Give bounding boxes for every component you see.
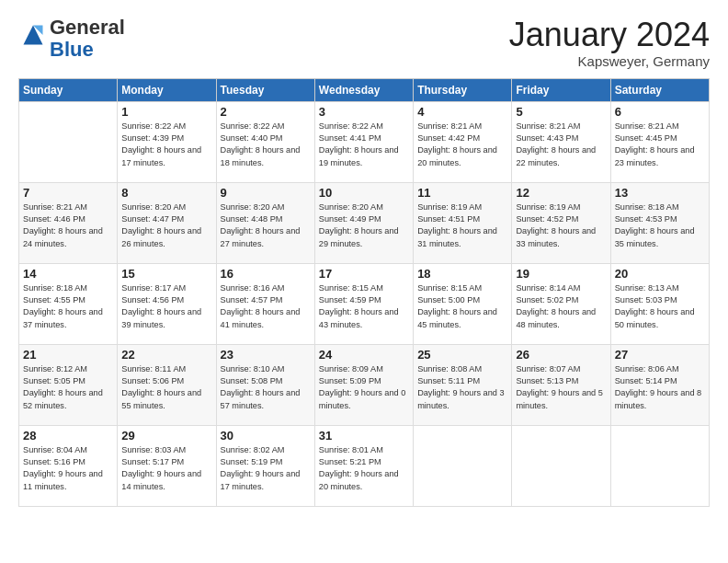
logo-text: General Blue bbox=[50, 17, 125, 61]
day-number: 13 bbox=[615, 186, 705, 200]
day-number: 23 bbox=[221, 348, 311, 362]
day-cell bbox=[512, 425, 610, 506]
day-cell: 11 Sunrise: 8:19 AMSunset: 4:51 PMDaylig… bbox=[414, 182, 512, 263]
day-info: Sunrise: 8:20 AMSunset: 4:47 PMDaylight:… bbox=[121, 201, 211, 250]
day-number: 16 bbox=[221, 267, 311, 281]
day-info: Sunrise: 8:20 AMSunset: 4:48 PMDaylight:… bbox=[221, 201, 311, 250]
day-cell: 13 Sunrise: 8:18 AMSunset: 4:53 PMDaylig… bbox=[610, 182, 709, 263]
day-info: Sunrise: 8:06 AMSunset: 5:14 PMDaylight:… bbox=[615, 363, 705, 412]
day-info: Sunrise: 8:08 AMSunset: 5:11 PMDaylight:… bbox=[417, 363, 507, 412]
day-info: Sunrise: 8:18 AMSunset: 4:53 PMDaylight:… bbox=[615, 201, 705, 250]
day-number: 27 bbox=[615, 348, 705, 362]
day-info: Sunrise: 8:22 AMSunset: 4:40 PMDaylight:… bbox=[221, 121, 311, 169]
header-tuesday: Tuesday bbox=[216, 78, 314, 101]
logo-area: General Blue bbox=[18, 17, 125, 61]
day-cell: 18 Sunrise: 8:15 AMSunset: 5:00 PMDaylig… bbox=[414, 263, 512, 344]
day-info: Sunrise: 8:19 AMSunset: 4:52 PMDaylight:… bbox=[516, 201, 606, 250]
day-number: 22 bbox=[121, 348, 211, 362]
day-number: 14 bbox=[23, 267, 113, 281]
day-cell: 15 Sunrise: 8:17 AMSunset: 4:56 PMDaylig… bbox=[118, 263, 216, 344]
day-number: 6 bbox=[615, 105, 705, 119]
day-number: 17 bbox=[319, 267, 409, 281]
day-info: Sunrise: 8:03 AMSunset: 5:17 PMDaylight:… bbox=[121, 444, 211, 493]
day-number: 3 bbox=[319, 105, 409, 119]
header-sunday: Sunday bbox=[19, 78, 118, 101]
day-cell: 8 Sunrise: 8:20 AMSunset: 4:47 PMDayligh… bbox=[118, 182, 216, 263]
header: General Blue January 2024 Kapsweyer, Ger… bbox=[18, 17, 710, 69]
day-number: 29 bbox=[121, 429, 211, 442]
day-number: 10 bbox=[319, 186, 409, 200]
day-number: 4 bbox=[417, 105, 507, 119]
day-number: 2 bbox=[221, 105, 311, 119]
header-monday: Monday bbox=[118, 78, 216, 101]
day-cell: 3 Sunrise: 8:22 AMSunset: 4:41 PMDayligh… bbox=[314, 101, 413, 182]
day-cell: 23 Sunrise: 8:10 AMSunset: 5:08 PMDaylig… bbox=[216, 344, 314, 425]
day-cell: 2 Sunrise: 8:22 AMSunset: 4:40 PMDayligh… bbox=[216, 101, 314, 182]
day-info: Sunrise: 8:09 AMSunset: 5:09 PMDaylight:… bbox=[319, 363, 409, 412]
day-cell bbox=[610, 425, 709, 506]
day-cell: 7 Sunrise: 8:21 AMSunset: 4:46 PMDayligh… bbox=[19, 182, 118, 263]
day-number: 8 bbox=[121, 186, 211, 200]
day-cell: 25 Sunrise: 8:08 AMSunset: 5:11 PMDaylig… bbox=[414, 344, 512, 425]
day-cell: 19 Sunrise: 8:14 AMSunset: 5:02 PMDaylig… bbox=[512, 263, 610, 344]
day-info: Sunrise: 8:15 AMSunset: 5:00 PMDaylight:… bbox=[417, 282, 507, 331]
day-number: 20 bbox=[615, 267, 705, 281]
day-cell: 12 Sunrise: 8:19 AMSunset: 4:52 PMDaylig… bbox=[512, 182, 610, 263]
logo bbox=[18, 26, 46, 52]
day-info: Sunrise: 8:21 AMSunset: 4:43 PMDaylight:… bbox=[516, 121, 606, 169]
day-cell: 27 Sunrise: 8:06 AMSunset: 5:14 PMDaylig… bbox=[610, 344, 709, 425]
day-number: 24 bbox=[319, 348, 409, 362]
header-saturday: Saturday bbox=[610, 78, 709, 101]
day-cell: 30 Sunrise: 8:02 AMSunset: 5:19 PMDaylig… bbox=[216, 425, 314, 506]
day-number: 1 bbox=[121, 105, 211, 119]
day-info: Sunrise: 8:12 AMSunset: 5:05 PMDaylight:… bbox=[23, 363, 113, 412]
week-row-1: 7 Sunrise: 8:21 AMSunset: 4:46 PMDayligh… bbox=[19, 182, 710, 263]
week-row-3: 21 Sunrise: 8:12 AMSunset: 5:05 PMDaylig… bbox=[19, 344, 710, 425]
day-cell: 17 Sunrise: 8:15 AMSunset: 4:59 PMDaylig… bbox=[314, 263, 413, 344]
day-cell: 10 Sunrise: 8:20 AMSunset: 4:49 PMDaylig… bbox=[314, 182, 413, 263]
day-cell: 1 Sunrise: 8:22 AMSunset: 4:39 PMDayligh… bbox=[118, 101, 216, 182]
day-info: Sunrise: 8:07 AMSunset: 5:13 PMDaylight:… bbox=[516, 363, 606, 412]
day-cell: 21 Sunrise: 8:12 AMSunset: 5:05 PMDaylig… bbox=[19, 344, 118, 425]
day-number: 5 bbox=[516, 105, 606, 119]
day-number: 18 bbox=[417, 267, 507, 281]
day-number: 12 bbox=[516, 186, 606, 200]
day-info: Sunrise: 8:14 AMSunset: 5:02 PMDaylight:… bbox=[516, 282, 606, 331]
day-info: Sunrise: 8:22 AMSunset: 4:41 PMDaylight:… bbox=[319, 121, 409, 169]
header-friday: Friday bbox=[512, 78, 610, 101]
day-info: Sunrise: 8:04 AMSunset: 5:16 PMDaylight:… bbox=[23, 444, 113, 493]
day-headers: Sunday Monday Tuesday Wednesday Thursday… bbox=[19, 78, 710, 101]
calendar-table: Sunday Monday Tuesday Wednesday Thursday… bbox=[18, 78, 710, 507]
day-cell: 9 Sunrise: 8:20 AMSunset: 4:48 PMDayligh… bbox=[216, 182, 314, 263]
day-number: 31 bbox=[319, 429, 409, 442]
day-info: Sunrise: 8:21 AMSunset: 4:42 PMDaylight:… bbox=[417, 121, 507, 169]
day-cell: 6 Sunrise: 8:21 AMSunset: 4:45 PMDayligh… bbox=[610, 101, 709, 182]
month-title: January 2024 bbox=[509, 17, 710, 53]
page: General Blue January 2024 Kapsweyer, Ger… bbox=[0, 0, 728, 563]
day-cell: 26 Sunrise: 8:07 AMSunset: 5:13 PMDaylig… bbox=[512, 344, 610, 425]
day-cell: 16 Sunrise: 8:16 AMSunset: 4:57 PMDaylig… bbox=[216, 263, 314, 344]
day-info: Sunrise: 8:20 AMSunset: 4:49 PMDaylight:… bbox=[319, 201, 409, 250]
day-info: Sunrise: 8:16 AMSunset: 4:57 PMDaylight:… bbox=[221, 282, 311, 331]
day-info: Sunrise: 8:10 AMSunset: 5:08 PMDaylight:… bbox=[221, 363, 311, 412]
day-cell: 22 Sunrise: 8:11 AMSunset: 5:06 PMDaylig… bbox=[118, 344, 216, 425]
day-cell: 31 Sunrise: 8:01 AMSunset: 5:21 PMDaylig… bbox=[314, 425, 413, 506]
day-info: Sunrise: 8:13 AMSunset: 5:03 PMDaylight:… bbox=[615, 282, 705, 331]
day-info: Sunrise: 8:21 AMSunset: 4:46 PMDaylight:… bbox=[23, 201, 113, 250]
day-info: Sunrise: 8:01 AMSunset: 5:21 PMDaylight:… bbox=[319, 444, 409, 493]
location: Kapsweyer, Germany bbox=[509, 53, 710, 69]
day-cell: 20 Sunrise: 8:13 AMSunset: 5:03 PMDaylig… bbox=[610, 263, 709, 344]
day-number: 7 bbox=[23, 186, 113, 200]
day-cell: 24 Sunrise: 8:09 AMSunset: 5:09 PMDaylig… bbox=[314, 344, 413, 425]
day-info: Sunrise: 8:11 AMSunset: 5:06 PMDaylight:… bbox=[121, 363, 211, 412]
title-area: January 2024 Kapsweyer, Germany bbox=[509, 17, 710, 69]
day-number: 19 bbox=[516, 267, 606, 281]
header-wednesday: Wednesday bbox=[314, 78, 413, 101]
day-number: 30 bbox=[221, 429, 311, 442]
day-cell: 5 Sunrise: 8:21 AMSunset: 4:43 PMDayligh… bbox=[512, 101, 610, 182]
day-info: Sunrise: 8:19 AMSunset: 4:51 PMDaylight:… bbox=[417, 201, 507, 250]
day-info: Sunrise: 8:17 AMSunset: 4:56 PMDaylight:… bbox=[121, 282, 211, 331]
day-number: 9 bbox=[221, 186, 311, 200]
day-info: Sunrise: 8:02 AMSunset: 5:19 PMDaylight:… bbox=[221, 444, 311, 493]
day-info: Sunrise: 8:18 AMSunset: 4:55 PMDaylight:… bbox=[23, 282, 113, 331]
